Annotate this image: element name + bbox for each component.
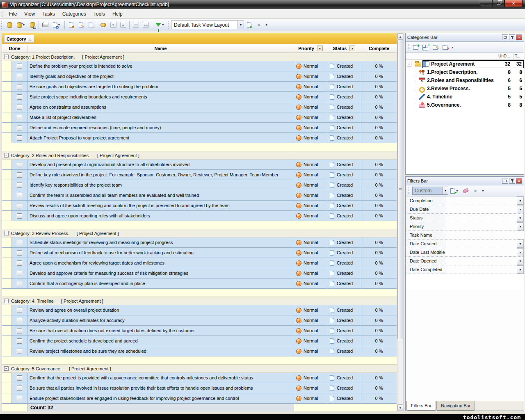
task-checkbox[interactable] (17, 74, 22, 79)
task-checkbox[interactable] (17, 338, 22, 344)
reset-layout-button[interactable]: × (254, 20, 264, 30)
task-row[interactable]: Identify key responsibilities of the pro… (2, 180, 397, 190)
task-row[interactable]: Schedule status meetings for reviewing a… (2, 237, 397, 248)
group-by-category-button[interactable]: Category △ (4, 35, 34, 43)
task-row[interactable]: Be sure that all parties involved in iss… (2, 383, 397, 393)
task-checkbox[interactable] (17, 318, 22, 323)
menu-item-categories[interactable]: Categories (59, 10, 90, 18)
task-checkbox[interactable] (17, 281, 22, 286)
task-checkbox[interactable] (17, 135, 22, 141)
filter-value-field[interactable] (446, 240, 517, 248)
task-row[interactable]: Agree on constraints and assumptionsNorm… (2, 102, 397, 112)
filter-preset-dropdown[interactable]: ▼ (443, 187, 448, 194)
task-checkbox[interactable] (17, 386, 22, 391)
task-checkbox[interactable] (17, 328, 22, 333)
task-checkbox[interactable] (17, 375, 22, 381)
task-checkbox[interactable] (17, 105, 22, 110)
panel-close-button[interactable]: × (516, 34, 522, 40)
column-header-complete[interactable]: Complete (361, 44, 397, 52)
task-checkbox[interactable] (17, 250, 22, 256)
task-checkbox[interactable] (17, 64, 22, 69)
filter-dropdown-button[interactable]: ▼ (517, 240, 524, 248)
filter-value-field[interactable] (446, 196, 517, 205)
layout-combobox-dropdown[interactable]: ▼ (237, 21, 244, 29)
tab-filters-bar[interactable]: Filters Bar (406, 401, 436, 411)
task-row[interactable]: Define what mechanism of feedback to use… (2, 248, 397, 258)
tree-item-1-project-description[interactable]: 1.Project Description.88 (406, 68, 524, 76)
filter-dropdown-button[interactable]: ▼ (517, 257, 524, 265)
menu-item-view[interactable]: View (21, 10, 39, 18)
clear-filter-button[interactable] (461, 186, 470, 196)
group-collapse-button[interactable]: − (4, 153, 9, 158)
group-header-row[interactable]: −Category: 3.Review Process.[ Project Ag… (2, 229, 397, 237)
tree-column-total[interactable]: T... (513, 53, 524, 59)
task-checkbox[interactable] (17, 271, 22, 276)
restore-button[interactable] (492, 0, 504, 7)
column-header-priority[interactable]: Priority▼ (294, 44, 327, 52)
panel-close-button[interactable]: × (516, 178, 522, 184)
task-row[interactable]: Develop and approve criteria for measuri… (2, 268, 397, 278)
minimize-button[interactable]: – (480, 0, 492, 7)
task-row[interactable]: Define key roles involved in the project… (2, 170, 397, 180)
tree-item-2-roles-and-responsibilities[interactable]: 2.Roles and Responsibilities66 (406, 76, 524, 84)
save-filter-button[interactable]: ➤▼ (448, 186, 461, 196)
task-row[interactable]: Discuss and agree upon reporting rules w… (2, 211, 397, 221)
column-header-status[interactable]: Status▼ (327, 44, 361, 52)
apply-layout-button[interactable]: ➤ (244, 20, 254, 30)
task-row[interactable]: Review project milestones and be sure th… (2, 346, 397, 356)
task-row[interactable]: Ensure project stakeholders are engaged … (2, 393, 397, 404)
task-checkbox[interactable] (17, 213, 22, 219)
filter-value-field[interactable] (446, 231, 524, 239)
task-row[interactable]: Be sure goals and objectives are targete… (2, 82, 397, 92)
task-row[interactable]: Define the problem your project is inten… (2, 61, 397, 71)
tab-navigation-bar[interactable]: Navigation Bar (436, 401, 475, 411)
delete-category-button[interactable]: × (440, 42, 450, 52)
task-checkbox[interactable] (17, 240, 22, 245)
filter-preset-combobox[interactable]: Custom ▼ (412, 187, 448, 195)
filter-dropdown-button[interactable]: ▼ (517, 196, 524, 205)
group-collapse-button[interactable]: − (4, 366, 9, 371)
filter-dropdown-button[interactable]: ▼ (517, 214, 524, 222)
menu-item-tools[interactable]: Tools (90, 10, 109, 18)
task-checkbox[interactable] (17, 349, 22, 354)
priority-filter-dropdown[interactable]: ▼ (317, 46, 323, 51)
new-task-button[interactable] (66, 20, 76, 30)
task-row[interactable]: Identify goals and objectives of the pro… (2, 71, 397, 82)
task-row[interactable]: Develop and present project organization… (2, 160, 397, 170)
status-filter-dropdown[interactable]: ▼ (349, 46, 355, 51)
scroll-down-button[interactable]: ▼ (397, 404, 403, 411)
group-header-row[interactable]: −Category: 1.Project Description.[ Proje… (2, 53, 397, 61)
filter-value-field[interactable] (446, 257, 517, 265)
filter-dropdown-button[interactable]: ▼ (517, 205, 524, 213)
group-collapse-button[interactable]: − (4, 299, 9, 303)
print-preview-button[interactable]: ▼ (50, 20, 63, 30)
task-checkbox[interactable] (17, 308, 22, 313)
menu-item-help[interactable]: Help (109, 10, 126, 18)
panel-restore-button[interactable] (502, 178, 508, 184)
task-row[interactable]: Confirm the team is assembled and all te… (2, 190, 397, 201)
add-subcategory-button[interactable]: + (420, 42, 430, 52)
move-to-top-button[interactable]: ▲▲ (141, 20, 151, 30)
tree-column-undone[interactable]: UnD... (497, 53, 513, 59)
scrollbar-thumb[interactable] (397, 40, 403, 339)
tree-item-4-timeline[interactable]: 4. Timeline55 (406, 93, 524, 101)
task-row[interactable]: State project scope including boundaries… (2, 92, 397, 102)
column-header-name[interactable]: Name (27, 44, 294, 52)
task-row[interactable]: Make a list of project deliverablesNorma… (2, 112, 397, 123)
delete-task-button[interactable]: × (86, 20, 96, 30)
edit-task-button[interactable]: ✎ (76, 20, 86, 30)
task-checkbox[interactable] (17, 115, 22, 120)
open-database-button[interactable]: ▸▼ (14, 20, 27, 30)
task-row[interactable]: Analyze activity duration estimates for … (2, 315, 397, 326)
tree-item-5-governance[interactable]: 5.Governance.88 (406, 101, 524, 109)
delete-filter-button[interactable]: × (470, 186, 480, 196)
task-row[interactable]: Define and estimate required resources (… (2, 123, 397, 133)
task-checkbox[interactable] (17, 260, 22, 266)
new-database-button[interactable] (5, 20, 14, 30)
edit-category-button[interactable]: ✎ (430, 42, 440, 52)
task-checkbox[interactable] (17, 162, 22, 167)
task-checkbox[interactable] (17, 94, 22, 100)
task-checkbox[interactable] (17, 183, 22, 188)
task-checkbox[interactable] (17, 396, 22, 401)
group-header-row[interactable]: −Category: 2.Roles and Responsibilities.… (2, 151, 397, 160)
